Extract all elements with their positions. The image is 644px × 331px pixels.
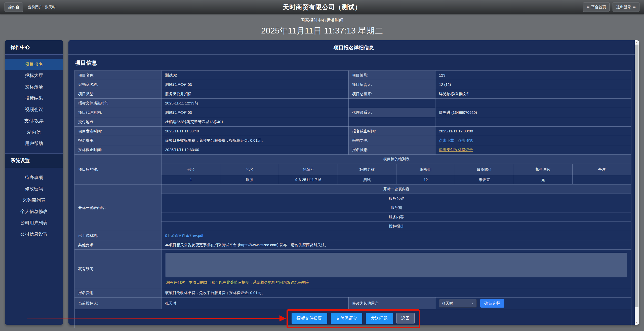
console-button[interactable]: 操作台	[5, 3, 23, 12]
signup-fee-value: 该项目免收标书费，免收平台服务费；投标保证金: 0.01元。	[162, 136, 349, 145]
annotation-arrow-line	[27, 318, 280, 319]
table-row: 报名费用: 该项目免收标书费，免收平台服务费；投标保证金: 0.01元。	[75, 288, 631, 298]
platform-home-button[interactable]: ⇦ 平台首页	[583, 3, 610, 12]
cell: 12	[396, 175, 455, 185]
col-header: 包名	[220, 164, 279, 175]
table-row: 开标一览表内容: 开标一览表内容 服务名称 服务期 服务内容 投标报价	[75, 185, 631, 231]
bidder-select-value: 张天时	[442, 301, 453, 306]
sidebar-item-todo[interactable]: 待办事项	[5, 172, 63, 183]
sidebar-item-site-mail[interactable]: 站内信	[5, 127, 63, 138]
field-value: 服务类公开招标	[162, 89, 349, 99]
bid-opening-row: 服务内容	[162, 212, 631, 222]
table-row: 投标截止时间: 2025/11/11 12:33:00 报名状态: 尚未支付投标…	[75, 145, 631, 155]
col-header: 包编号	[279, 164, 338, 175]
field-value: 测试代理公司03	[162, 80, 349, 89]
field-value-empty	[435, 117, 631, 127]
field-value: 详见招标/采购文件	[435, 89, 631, 99]
page-title: 项目报名详细信息	[68, 40, 639, 55]
actions-row: 招标文件质疑 支付保证金 发送问题 返回	[75, 309, 631, 328]
purchase-doc-links: 点击下载 点击预览	[435, 136, 631, 145]
top-bar: 操作台 当前用户: 张天时 天时商贸有限公司（测试） ⇦ 平台首页 退出登录 ⇨	[0, 0, 644, 14]
field-label: 招标文件质疑时间:	[75, 99, 162, 108]
bid-opening-cell: 开标一览表内容 服务名称 服务期 服务内容 投标报价	[162, 185, 631, 231]
sidebar-item-company-settings[interactable]: 公司信息设置	[5, 229, 63, 240]
sidebar-item-company-users[interactable]: 公司用户列表	[5, 217, 63, 229]
confirm-select-button[interactable]: 确认选择	[480, 299, 504, 308]
field-label: 项目发布时间:	[75, 127, 162, 136]
logout-button[interactable]: 退出登录 ⇨	[613, 3, 639, 12]
signup-status-link[interactable]: 尚未支付投标保证金	[439, 148, 473, 152]
bid-opening-title: 开标一览表内容	[162, 185, 631, 194]
bid-opening-row: 投标报价	[162, 222, 631, 231]
subject-data-row: 1 服务 9-3-251111-716 测试 12 未设置 元	[162, 175, 631, 185]
home-arrow-icon: ⇦	[586, 5, 590, 9]
subject-table: 包号 包名 包编号 标的名称 服务期 最高限价 报价单位 备注 1	[162, 164, 631, 184]
section-title-project-info: 项目信息	[75, 59, 631, 67]
field-label: 报名截止时间:	[348, 127, 435, 136]
table-row: 其他要求: 本项目相关公告及变更事项在招采测试平台 (https://www.c…	[75, 240, 631, 250]
field-label: 项目负责人:	[348, 80, 435, 89]
current-user-label: 当前用户: 张天时	[27, 5, 56, 10]
sidebar-item-payment-invoice[interactable]: 支付/发票	[5, 115, 63, 127]
sidebar-item-user-help[interactable]: 用户帮助	[5, 138, 63, 149]
annotation-arrow-head	[279, 315, 286, 321]
scroll-up-icon[interactable]: ▲	[635, 40, 639, 45]
table-row: 已上传材料: 01-采购文件审批表.pdf	[75, 231, 631, 240]
sidebar-item-bid-clarification[interactable]: 投标澄清	[5, 81, 63, 93]
download-doc-link[interactable]: 点击下载	[439, 138, 454, 142]
field-value: 测试代理公司03	[162, 108, 349, 117]
pay-deposit-button[interactable]: 支付保证金	[331, 313, 362, 324]
cell: 未设置	[455, 175, 514, 185]
table-row: 招标文件质疑 支付保证金 发送问题 返回	[75, 309, 631, 328]
sidebar-item-profile-edit[interactable]: 个人信息修改	[5, 206, 63, 217]
field-label: 修改为其他用户:	[348, 298, 435, 309]
sidebar-item-bid-results[interactable]: 投标结果	[5, 93, 63, 104]
challenge-bid-doc-button[interactable]: 招标文件质疑	[292, 313, 327, 324]
action-button-group: 招标文件质疑 支付保证金 发送问题 返回	[292, 313, 415, 324]
field-value: 2025/11/11 12:33:00	[162, 145, 349, 155]
subject-table-title: 项目标的物列表	[162, 155, 631, 164]
table-row: 我有疑问: 您有任何对于本项目的疑问都可以在此处填写提交，系统将会把您的问题发送…	[75, 250, 631, 288]
field-label: 项目标的物:	[75, 155, 162, 185]
col-header: 备注	[573, 164, 631, 175]
preview-doc-link[interactable]: 点击预览	[458, 138, 473, 142]
field-label: 报名状态:	[348, 145, 435, 155]
sidebar-item-change-password[interactable]: 修改密码	[5, 183, 63, 195]
uploaded-file-link[interactable]: 01-采购文件审批表.pdf	[165, 233, 203, 238]
bid-opening-row: 服务名称	[162, 194, 631, 203]
scrollbar-thumb[interactable]	[635, 45, 638, 307]
sidebar-item-bid-hall[interactable]: 投标大厅	[5, 70, 63, 81]
scrollbar: ▲ ▼	[635, 40, 639, 325]
table-row: 招标文件质疑时间: 2025-11-11 12:33前	[75, 99, 631, 108]
cell: 1	[162, 175, 220, 185]
sidebar: 操作中心 项目报名 投标大厅 投标澄清 投标结果 视频会议 支付/发票 站内信 …	[5, 40, 63, 325]
field-label: 报名费用:	[75, 288, 162, 298]
cell: 元	[514, 175, 572, 185]
question-textarea[interactable]	[166, 253, 627, 277]
signup-fee-value: 该项目免收标书费，免收平台服务费；投标保证金: 0.01元。	[162, 288, 631, 298]
field-label: 采购文件:	[348, 136, 435, 145]
back-button[interactable]: 返回	[396, 313, 415, 324]
main-panel: 项目报名详细信息 项目信息 项目名称: 测试02 项目编号: 123 采购商名称…	[68, 40, 639, 325]
sidebar-item-project-signup[interactable]: 项目报名	[5, 59, 63, 70]
sidebar-section-system: 系统设置	[5, 153, 63, 168]
cell: 9-3-251111-716	[279, 175, 338, 185]
table-row: 项目标的物: 项目标的物列表 包号 包名 包编号 标的名称 服务期 最高限价	[75, 155, 631, 185]
col-header: 包号	[162, 164, 220, 175]
field-value: 杜鹃路858号奥克斯缔壹城12栋401	[162, 117, 349, 127]
bidder-select[interactable]: 张天时 ▼	[439, 299, 477, 308]
table-row: 报名费用: 该项目免收标书费，免收平台服务费；投标保证金: 0.01元。 采购文…	[75, 136, 631, 145]
send-question-button[interactable]: 发送问题	[366, 313, 393, 324]
question-hint: 您有任何对于本项目的疑问都可以在此处填写提交，系统将会把您的问题发送给采购商	[166, 277, 627, 286]
other-requirements-value: 本项目相关公告及变更事项在招采测试平台 (https://www.cszoc.c…	[162, 240, 631, 250]
scroll-down-icon[interactable]: ▼	[635, 320, 639, 325]
sidebar-item-purchaser-list[interactable]: 采购商列表	[5, 195, 63, 206]
table-row: 项目名称: 测试02 项目编号: 123	[75, 71, 631, 80]
field-label: 已上传材料:	[75, 231, 162, 240]
logout-label: 退出登录	[616, 5, 631, 10]
col-header: 标的名称	[338, 164, 396, 175]
sidebar-item-video-meeting[interactable]: 视频会议	[5, 104, 63, 115]
field-label: 代理联系人:	[348, 108, 435, 117]
field-value: 2025/11/11 12:03:00	[435, 127, 631, 136]
field-label: 交付地点:	[75, 117, 162, 127]
